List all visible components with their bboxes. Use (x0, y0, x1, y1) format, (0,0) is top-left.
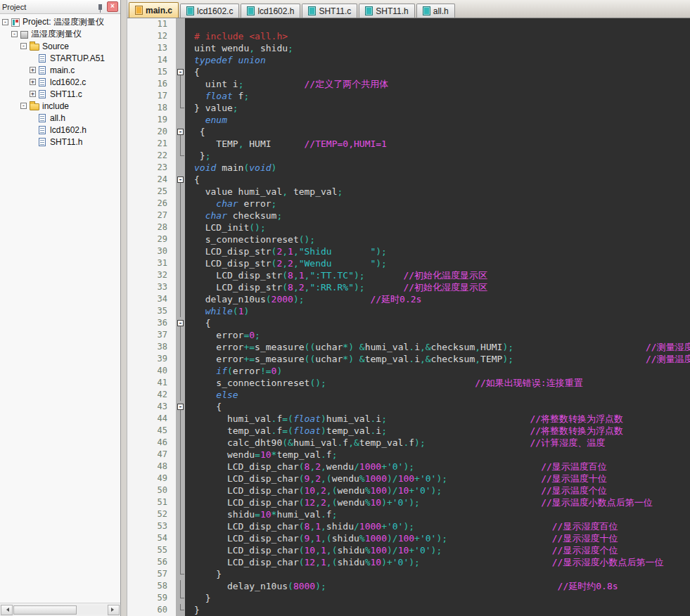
tree-item-lcd1602.h[interactable]: lcd1602.h (0, 124, 120, 136)
code-line[interactable]: LCD_disp_str(8,1,":TT.TC"); //初始化温度显示区 (185, 269, 690, 281)
panel-splitter[interactable] (121, 0, 127, 616)
expander-icon[interactable]: + (30, 67, 36, 73)
code-line[interactable]: LCD_init(); (185, 222, 690, 233)
tab-main.c[interactable]: main.c (129, 2, 179, 18)
code-line[interactable]: humi_val.f=(float)humi_val.i; //将整数转换为浮点… (185, 413, 690, 425)
code-line[interactable]: } value; (185, 102, 690, 114)
tree-item-温湿度测量仪[interactable]: -温湿度测量仪 (0, 28, 120, 40)
expander-icon[interactable]: + (30, 91, 36, 97)
code-line[interactable]: error+=s_measure((uchar*) &temp_val.i,&c… (185, 353, 690, 365)
code-line[interactable]: LCD_disp_str(8,2,":RR.R%"); //初始化湿度显示区 (185, 281, 690, 293)
scrollbar-track[interactable] (13, 605, 107, 615)
tab-SHT11.c[interactable]: SHT11.c (302, 4, 357, 18)
expander-icon[interactable]: - (11, 31, 18, 37)
tree-item-main.c[interactable]: +main.c (0, 64, 120, 76)
code-line[interactable]: typedef union (185, 54, 690, 66)
tree-item-SHT11.h[interactable]: SHT11.h (0, 136, 120, 148)
tree-item-Project: 温湿度测量仪[interactable]: -Project: 温湿度测量仪 (0, 16, 120, 28)
tree-item-all.h[interactable]: all.h (0, 112, 120, 124)
scroll-right-button[interactable] (108, 605, 120, 615)
code-line[interactable]: shidu=10*humi_val.f; (185, 508, 690, 520)
code-line[interactable]: LCD_disp_char(8,2,wendu/1000+'0'); //显示温… (185, 461, 690, 473)
expander-icon[interactable]: - (20, 43, 27, 49)
tree-item-STARTUP.A51[interactable]: STARTUP.A51 (0, 52, 120, 64)
code-line[interactable]: }; (185, 150, 690, 162)
code-line[interactable]: LCD_disp_char(12,1,(shidu%10)+'0'); //显示… (185, 556, 690, 568)
code-line[interactable]: s_connectionreset(); (185, 233, 690, 245)
close-icon[interactable]: × (107, 1, 118, 12)
expander-icon[interactable]: + (30, 79, 36, 85)
code-line[interactable]: LCD_disp_char(10,2,(wendu%100)/10+'0'); … (185, 485, 690, 496)
code-line[interactable]: LCD_disp_char(10,1,(shidu%100)/10+'0'); … (185, 544, 690, 556)
code-line[interactable]: while(1) (185, 305, 690, 317)
fold-marker (176, 473, 185, 485)
code-line[interactable]: delay_n10us(2000); //延时0.2s (185, 293, 690, 305)
code-line[interactable]: LCD_disp_char(9,2,(wendu%1000)/100+'0');… (185, 473, 690, 485)
code-line[interactable]: float f; (185, 90, 690, 102)
fold-marker (176, 78, 185, 90)
tab-SHT11.h[interactable]: SHT11.h (359, 4, 414, 18)
code-line[interactable]: # include <all.h> (185, 30, 690, 42)
project-tree: -Project: 温湿度测量仪-温湿度测量仪-SourceSTARTUP.A5… (0, 14, 120, 603)
code-line[interactable]: { (185, 317, 690, 329)
fold-marker[interactable] (176, 317, 185, 329)
line-number: 39 (127, 353, 176, 365)
expander-icon[interactable]: - (2, 19, 8, 25)
code-line[interactable]: char checksum; (185, 210, 690, 222)
expander-icon[interactable]: - (20, 103, 27, 109)
code-line[interactable]: if(error!=0) (185, 365, 690, 377)
tab-all.h[interactable]: all.h (416, 4, 455, 18)
code-line[interactable]: delay_n10us(8000); //延时约0.8s (185, 580, 690, 592)
code-line[interactable]: wendu=10*temp_val.f; (185, 449, 690, 461)
code-line[interactable]: LCD_disp_char(12,2,(wendu%10)+'0'); //显示… (185, 496, 690, 508)
scrollbar-thumb[interactable] (13, 605, 77, 615)
code-editor[interactable]: 1112# include <all.h>13uint wendu, shidu… (127, 18, 690, 616)
fold-marker[interactable] (176, 126, 185, 138)
line-number: 19 (127, 114, 176, 126)
code-line[interactable]: } (185, 604, 690, 616)
code-line[interactable]: error+=s_measure((uchar*) &humi_val.i,&c… (185, 341, 690, 353)
code-row: 19 enum (127, 114, 690, 126)
code-line[interactable] (185, 18, 690, 30)
code-line[interactable]: void main(void) (185, 162, 690, 174)
line-number: 51 (127, 496, 176, 508)
tab-lcd1602.c[interactable]: lcd1602.c (180, 4, 239, 18)
tree-item-Source[interactable]: -Source (0, 40, 120, 52)
tree-item-include[interactable]: -include (0, 100, 120, 112)
line-number: 48 (127, 461, 176, 473)
code-line[interactable]: LCD_disp_str(2,1,"Shidu "); (185, 245, 690, 257)
tree-item-lcd1602.c[interactable]: +lcd1602.c (0, 76, 120, 88)
pin-icon[interactable] (98, 4, 102, 10)
line-number: 13 (127, 42, 176, 54)
code-line[interactable]: { (185, 66, 690, 78)
code-line[interactable]: temp_val.f=(float)temp_val.i; //将整数转换为浮点… (185, 425, 690, 437)
code-line[interactable]: enum (185, 114, 690, 126)
code-line[interactable]: LCD_disp_str(2,2,"Wendu "); (185, 257, 690, 269)
code-line[interactable]: calc_dht90(&humi_val.f,&temp_val.f); //计… (185, 437, 690, 449)
code-line[interactable]: LCD_disp_char(9,1,(shidu%1000)/100+'0');… (185, 532, 690, 544)
tab-lcd1602.h[interactable]: lcd1602.h (241, 4, 300, 18)
code-line[interactable]: { (185, 401, 690, 413)
code-line[interactable]: char error; (185, 198, 690, 210)
scroll-left-button[interactable] (1, 605, 13, 615)
code-line[interactable]: uint wendu, shidu; (185, 42, 690, 54)
code-line[interactable]: } (185, 568, 690, 580)
code-row: 11 (127, 18, 690, 30)
code-line[interactable]: else (185, 389, 690, 401)
code-row: 12# include <all.h> (127, 30, 690, 42)
code-line[interactable]: { (185, 126, 690, 138)
code-line[interactable]: TEMP, HUMI //TEMP=0,HUMI=1 (185, 138, 690, 150)
line-number: 27 (127, 210, 176, 222)
code-line[interactable]: s_connectionreset(); //如果出现错误:连接重置 (185, 377, 690, 389)
fold-marker[interactable] (176, 66, 185, 78)
code-line[interactable]: uint i; //定义了两个共用体 (185, 78, 690, 90)
code-line[interactable]: error=0; (185, 329, 690, 341)
fold-marker[interactable] (176, 401, 185, 413)
code-line[interactable]: value humi_val, temp_val; (185, 186, 690, 198)
line-number: 33 (127, 281, 176, 293)
code-line[interactable]: { (185, 174, 690, 186)
code-line[interactable]: LCD_disp_char(8,1,shidu/1000+'0'); //显示湿… (185, 520, 690, 532)
code-line[interactable]: } (185, 592, 690, 604)
tree-item-SHT11.c[interactable]: +SHT11.c (0, 88, 120, 100)
fold-marker[interactable] (176, 174, 185, 186)
